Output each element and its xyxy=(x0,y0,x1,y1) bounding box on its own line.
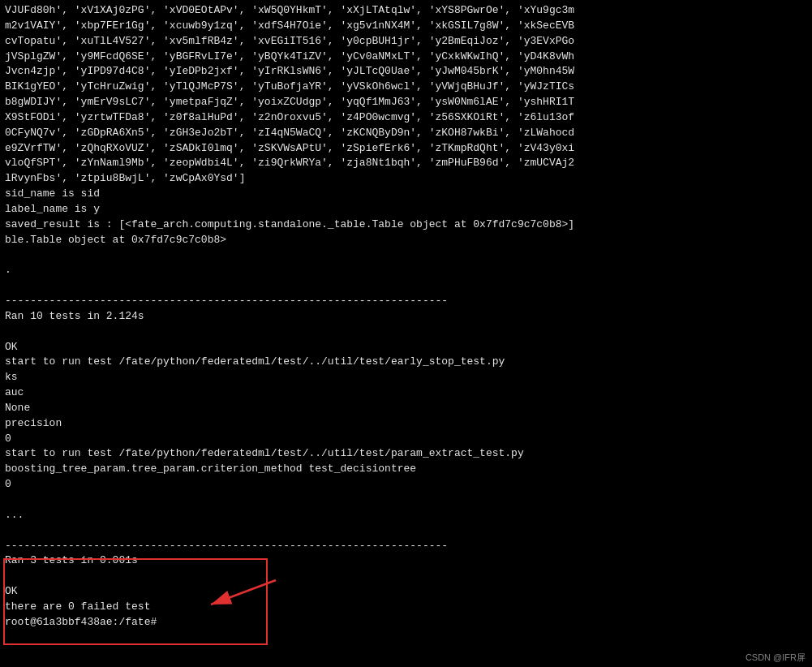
terminal-window: VJUFd80h', 'xV1XAj0zPG', 'xVD0EOtAPv', '… xyxy=(0,0,812,667)
terminal-output: VJUFd80h', 'xV1XAj0zPG', 'xVD0EOtAPv', '… xyxy=(5,3,807,630)
watermark: CSDN @IFR屏 xyxy=(745,652,806,664)
